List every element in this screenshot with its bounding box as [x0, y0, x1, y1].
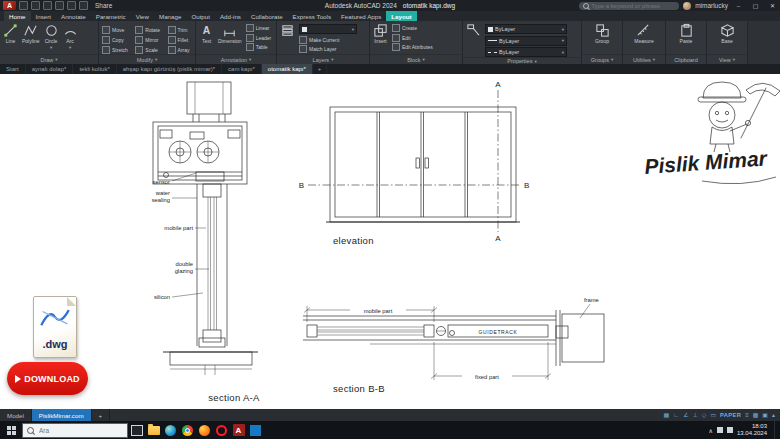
- ribbon-tab-home[interactable]: Home: [4, 11, 31, 21]
- panel-label-annotation[interactable]: Annotation▾: [196, 54, 276, 64]
- download-button[interactable]: DOWNLOAD: [7, 362, 88, 395]
- lineweight-dropdown[interactable]: ByLayer▾: [485, 36, 567, 46]
- user-name[interactable]: mimarlucky: [695, 2, 728, 9]
- plot-icon[interactable]: [55, 1, 64, 10]
- polyline-tool-button[interactable]: Polyline: [22, 23, 40, 44]
- grid-icon[interactable]: ▦: [664, 412, 670, 418]
- scale-tool-button[interactable]: Scale: [135, 46, 162, 54]
- layout-tab-pislikmimar[interactable]: PislikMimar.com: [32, 409, 92, 421]
- line-tool-button[interactable]: Line: [3, 23, 18, 44]
- file-tab-ahsap-kapi[interactable]: ahşap kapı görünüş (pislik mimar)*: [117, 64, 222, 74]
- volume-icon[interactable]: [727, 427, 733, 433]
- insert-block-button[interactable]: Insert: [373, 23, 388, 44]
- group-button[interactable]: Group: [595, 23, 610, 44]
- ribbon-tab-output[interactable]: Output: [186, 11, 215, 21]
- file-tab-otomatik-kapi[interactable]: otomatik kapı*: [262, 64, 313, 74]
- panel-label-view[interactable]: View▾: [707, 54, 747, 64]
- ribbon-tab-manage[interactable]: Manage: [154, 11, 186, 21]
- maximize-button[interactable]: ▢: [749, 0, 762, 11]
- layer-properties-button[interactable]: [280, 23, 295, 38]
- help-search-box[interactable]: [579, 2, 679, 10]
- new-drawing-tab-button[interactable]: +: [313, 64, 328, 74]
- linetype-dropdown[interactable]: ByLayer▾: [485, 47, 567, 57]
- mirror-tool-button[interactable]: Mirror: [135, 36, 162, 44]
- ribbon-tab-layout[interactable]: Layout: [386, 11, 416, 21]
- task-view-button[interactable]: [128, 421, 145, 439]
- file-tab-start[interactable]: Start: [0, 64, 26, 74]
- match-properties-button[interactable]: [466, 23, 481, 38]
- file-tab-tekli-koltuk[interactable]: tekli koltuk*: [73, 64, 116, 74]
- new-layout-button[interactable]: +: [92, 409, 111, 421]
- ribbon-tab-addins[interactable]: Add-ins: [215, 11, 246, 21]
- ribbon-tab-featured-apps[interactable]: Featured Apps: [336, 11, 386, 21]
- lineweight-toggle-icon[interactable]: ≡: [745, 412, 749, 418]
- new-file-icon[interactable]: [19, 1, 28, 10]
- save-icon[interactable]: [43, 1, 52, 10]
- ribbon-tab-insert[interactable]: Insert: [31, 11, 56, 21]
- network-icon[interactable]: [717, 427, 723, 433]
- measure-button[interactable]: Measure: [634, 23, 653, 44]
- file-tab-aynali-dolap[interactable]: aynalı dolap*: [26, 64, 74, 74]
- edit-block-button[interactable]: Edit: [392, 34, 433, 42]
- tray-chevron-icon[interactable]: ∧: [709, 427, 713, 434]
- leader-button[interactable]: Leader: [246, 34, 272, 42]
- match-layer-button[interactable]: Match Layer: [299, 45, 357, 53]
- autocad-logo[interactable]: A: [3, 1, 16, 10]
- linear-dimension-button[interactable]: Linear: [246, 24, 272, 32]
- model-tab[interactable]: Model: [0, 409, 32, 421]
- snap-icon[interactable]: ∟: [673, 412, 679, 418]
- circle-tool-button[interactable]: Circle ▾: [44, 23, 59, 50]
- stretch-tool-button[interactable]: Stretch: [102, 46, 130, 54]
- drawing-canvas[interactable]: sensor water sealing mobile part double …: [0, 74, 780, 409]
- isodraft-icon[interactable]: ◇: [702, 412, 707, 418]
- panel-label-properties[interactable]: Properties▾: [463, 57, 581, 64]
- redo-icon[interactable]: [79, 1, 88, 10]
- make-current-button[interactable]: Make Current: [299, 36, 357, 44]
- fillet-tool-button[interactable]: Fillet: [168, 36, 192, 44]
- panel-label-layers[interactable]: Layers▾: [277, 54, 369, 64]
- polar-tracking-icon[interactable]: ∠: [683, 412, 688, 418]
- photos-button[interactable]: [247, 421, 264, 439]
- annotation-scale-icon[interactable]: ▣: [762, 412, 768, 418]
- close-button[interactable]: ✕: [766, 0, 779, 11]
- show-desktop-button[interactable]: [774, 421, 777, 439]
- osnap-icon[interactable]: ▭: [710, 412, 716, 418]
- opera-button[interactable]: [213, 421, 230, 439]
- taskbar-clock[interactable]: 18:03 13.04.2024: [737, 423, 767, 437]
- transparency-toggle-icon[interactable]: ▩: [753, 412, 759, 418]
- ribbon-tab-express-tools[interactable]: Express Tools: [288, 11, 336, 21]
- autocad-taskbar-button[interactable]: A: [230, 421, 247, 439]
- ribbon-tab-parametric[interactable]: Parametric: [91, 11, 131, 21]
- panel-label-clipboard[interactable]: Clipboard: [666, 54, 706, 64]
- trim-tool-button[interactable]: Trim: [168, 26, 192, 34]
- arc-tool-button[interactable]: Arc ▾: [63, 23, 78, 50]
- paper-space-toggle[interactable]: PAPER: [720, 412, 741, 418]
- undo-icon[interactable]: [67, 1, 76, 10]
- firefox-button[interactable]: [196, 421, 213, 439]
- taskbar-search-input[interactable]: [37, 426, 123, 435]
- panel-label-utilities[interactable]: Utilities▾: [623, 54, 665, 64]
- minimize-button[interactable]: –: [732, 0, 745, 11]
- paste-button[interactable]: Paste: [679, 23, 694, 44]
- ribbon-tab-collaborate[interactable]: Collaborate: [246, 11, 288, 21]
- user-avatar[interactable]: [683, 2, 691, 10]
- edge-button[interactable]: [162, 421, 179, 439]
- layer-dropdown[interactable]: ▾: [299, 24, 357, 34]
- file-tab-cam-kapi[interactable]: cam kapı*: [222, 64, 262, 74]
- share-button[interactable]: Share: [95, 2, 112, 9]
- move-tool-button[interactable]: Move: [102, 26, 130, 34]
- panel-label-block[interactable]: Block▾: [370, 54, 462, 64]
- chrome-button[interactable]: [179, 421, 196, 439]
- rotate-tool-button[interactable]: Rotate: [135, 26, 162, 34]
- panel-label-modify[interactable]: Modify▾: [99, 54, 195, 64]
- taskbar-search-box[interactable]: [22, 423, 128, 438]
- color-dropdown[interactable]: ByLayer▾: [485, 24, 567, 34]
- create-block-button[interactable]: Create: [392, 24, 433, 32]
- table-button[interactable]: Table: [246, 43, 272, 51]
- edit-attributes-button[interactable]: Edit Attributes: [392, 43, 433, 51]
- file-explorer-button[interactable]: [145, 421, 162, 439]
- ortho-icon[interactable]: ⊥: [693, 412, 698, 418]
- text-tool-button[interactable]: A Text: [199, 23, 214, 44]
- open-file-icon[interactable]: [31, 1, 40, 10]
- ribbon-tab-view[interactable]: View: [131, 11, 154, 21]
